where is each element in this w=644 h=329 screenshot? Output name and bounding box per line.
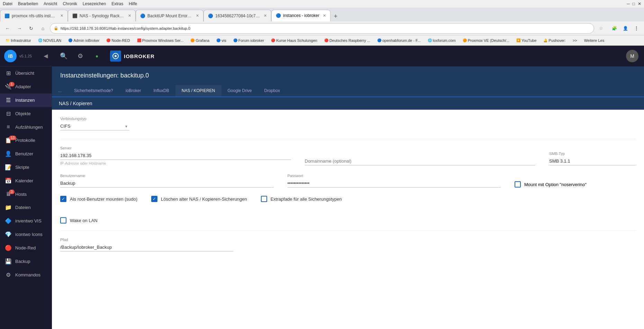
tab-close-3[interactable]: ✕: [264, 13, 267, 18]
settings-button[interactable]: ⚙: [74, 50, 87, 62]
sidebar-item-icontwo-icons[interactable]: 💎 icontwo Icons: [0, 228, 52, 241]
browser-tab-2[interactable]: 🔵 BackitUP Mount Error, Proxmo... ✕: [136, 10, 203, 21]
bookmark-raspberry[interactable]: 🔴 Deutsches Raspberry ...: [321, 38, 373, 43]
sidebar-header: iB v5.1.25 ◀: [0, 46, 52, 66]
menu-hilfe[interactable]: Hilfe: [129, 1, 137, 6]
password-input[interactable]: [288, 179, 501, 188]
sidebar-item-backup[interactable]: 💾 Backup: [0, 255, 52, 268]
tab-influxdb[interactable]: InfluxDB: [147, 85, 175, 97]
menu-bearbeiten[interactable]: Bearbeiten: [18, 1, 38, 6]
bookmark-pushover[interactable]: 🔔 Pushover:: [541, 38, 569, 43]
sidebar-item-adapter[interactable]: 🔌 Adapter 1: [0, 80, 52, 93]
brand-name: IOBROKER: [124, 53, 155, 59]
bookmark-openhab[interactable]: 🔵 openhabforum.de - F...: [374, 38, 424, 43]
sidebar-item-aufzahlungen[interactable]: ≡ Aufzählungen: [0, 120, 52, 134]
bookmark-novelan[interactable]: 🌐 NOVELAN: [35, 38, 64, 43]
root-mount-checkbox[interactable]: [60, 196, 66, 202]
reload-button[interactable]: ↻: [26, 24, 36, 33]
user-avatar[interactable]: M: [626, 50, 638, 62]
smb-type-input[interactable]: [549, 157, 636, 165]
sidebar-collapse-button[interactable]: ◀: [44, 53, 48, 59]
back-button[interactable]: ←: [3, 24, 12, 33]
bookmark-vis[interactable]: 🔵 vis: [214, 38, 229, 43]
path-input[interactable]: [60, 243, 233, 252]
tab-sicherheitsmethode[interactable]: Sicherheitsmethode?: [68, 85, 119, 97]
window-maximize[interactable]: □: [633, 1, 635, 6]
sidebar-item-objekte[interactable]: ⊟ Objekte: [0, 107, 52, 120]
bookmark-star[interactable]: ☆: [596, 24, 606, 33]
tab-google-drive[interactable]: Google Drive: [221, 85, 258, 97]
new-tab-button[interactable]: +: [330, 11, 341, 21]
menu-ansicht[interactable]: Ansicht: [44, 1, 57, 6]
menu-chronik[interactable]: Chronik: [63, 1, 77, 6]
tab-dropbox[interactable]: Dropbox: [258, 85, 286, 97]
tab-close-4[interactable]: ✕: [323, 13, 326, 18]
sidebar-item-benutzer[interactable]: 👤 Benutzer: [0, 147, 52, 161]
tab-close-0[interactable]: ✕: [60, 13, 63, 18]
sidebar-item-hosts[interactable]: 🖥 Hosts 3: [0, 188, 52, 201]
sidebar-item-inventwo-vis[interactable]: 🔷 inventwo VIS: [0, 214, 52, 228]
wake-on-lan-checkbox[interactable]: [60, 217, 66, 223]
menu-extras[interactable]: Extras: [111, 1, 123, 6]
sidebar-item-skripte[interactable]: 📝 Skripte: [0, 161, 52, 174]
bookmark-grafana[interactable]: 🟠 Grafana: [188, 38, 212, 43]
extra-paths-checkbox[interactable]: [261, 196, 267, 202]
bookmark-infrastruktur[interactable]: 📁 Infrastruktur: [3, 38, 34, 43]
mount-noserverino-label: Mount mit Option "noserverino": [524, 182, 587, 187]
sidebar-item-kommandos[interactable]: ⚙ Kommandos: [0, 268, 52, 282]
bookmark-node-red[interactable]: 🔴 Node-RED: [103, 38, 133, 43]
menu-dots[interactable]: ⋮: [632, 24, 641, 33]
bookmark-kurse[interactable]: 🔴 Kurse Haus Schulungen: [268, 38, 320, 43]
connection-type-select[interactable]: CIFS NFS FTP Copy: [60, 122, 129, 130]
password-group: Passwort: [288, 174, 501, 188]
top-bar: 🔍 ⚙ ● IOBROKER M: [52, 46, 644, 66]
menu-lesezeichen[interactable]: Lesezeichen: [83, 1, 106, 6]
tab-close-2[interactable]: ✕: [196, 13, 199, 18]
bookmark-admin-iobroker[interactable]: 🔵 Admin ioBroker: [65, 38, 102, 43]
tab-nas-kopieren[interactable]: NAS / KOPIEREN: [175, 85, 221, 97]
bookmark-proxmox-win[interactable]: 🟥 Proxmox Windows Ser...: [134, 38, 187, 43]
bookmark-more[interactable]: >>: [570, 38, 580, 43]
window-close[interactable]: ✕: [638, 1, 641, 6]
tab-close-1[interactable]: ✕: [128, 13, 131, 18]
extensions-button[interactable]: 🧩: [609, 24, 619, 33]
sidebar-item-dateien[interactable]: 📁 Dateien: [0, 201, 52, 214]
address-box[interactable]: 🔒 https://192.168.178.16:8081/#tab-insta…: [50, 23, 594, 34]
home-button[interactable]: ⌂: [38, 24, 48, 33]
bookmark-forum-iobroker[interactable]: 🔵 Forum iobroker: [230, 38, 267, 43]
bookmark-proxmox-ve[interactable]: 🟠 Proxmox VE (Deutsch/...: [460, 38, 512, 43]
browser-tab-4[interactable]: 🔵 instances - iobroker ✕: [271, 10, 330, 21]
username-input[interactable]: [60, 179, 274, 188]
sidebar-item-ubersicht[interactable]: ⊞ Übersicht: [0, 66, 52, 80]
window-minimize[interactable]: ─: [627, 1, 630, 6]
root-mount-label: Als root-Benutzer mounten (sudo): [70, 197, 137, 202]
bookmark-loxforum[interactable]: 🌐 loxforum.com: [425, 38, 459, 43]
bookmark-weitere[interactable]: Weitere Les: [581, 38, 607, 43]
sidebar-item-node-red[interactable]: 🔴 Node-Red: [0, 241, 52, 255]
bookmark-youtube[interactable]: ▶️ YouTube: [514, 38, 539, 43]
sidebar-item-instanzen[interactable]: ☰ Instanzen: [0, 93, 52, 107]
address-bar-row: ← → ↻ ⌂ 🔒 https://192.168.178.16:8081/#t…: [0, 21, 644, 35]
browser-tab-1[interactable]: ⬛ NAS - Synology RackStation ✕: [68, 10, 136, 21]
menu-datei[interactable]: Datei: [3, 1, 12, 6]
account-button[interactable]: 👤: [620, 24, 630, 33]
delete-old-checkbox[interactable]: [151, 196, 157, 202]
forward-button[interactable]: →: [15, 24, 24, 33]
browser-tab-3[interactable]: 🔵 1634586277084-10c75fb1-bf2a... ✕: [203, 10, 271, 21]
domain-input[interactable]: [305, 157, 536, 165]
instances-icon: ☰: [5, 97, 12, 103]
smb-type-group: SMB-Typ: [549, 152, 636, 165]
tab-iobroker[interactable]: ioBroker: [119, 85, 147, 97]
connection-type-group: Verbindungstyp CIFS NFS FTP Copy ▼: [60, 117, 129, 130]
sidebar-item-kalender[interactable]: 📅 Kalender: [0, 174, 52, 188]
browser-tab-0[interactable]: 🟦 proxmox nfs-utils installieren - ✕: [0, 10, 68, 21]
section-header: NAS / Kopieren: [52, 97, 644, 110]
server-input[interactable]: [60, 152, 291, 160]
sidebar-item-protokolle[interactable]: 📋 Protokolle 13: [0, 134, 52, 147]
search-button[interactable]: 🔍: [57, 50, 70, 62]
commands-icon: ⚙: [5, 272, 12, 278]
tab-general[interactable]: ...: [52, 85, 68, 97]
mount-noserverino-checkbox[interactable]: [515, 181, 521, 188]
extra-paths-row: Extrapfade für alle Sicherungstypen: [261, 196, 342, 202]
notification-button[interactable]: ●: [91, 50, 103, 62]
